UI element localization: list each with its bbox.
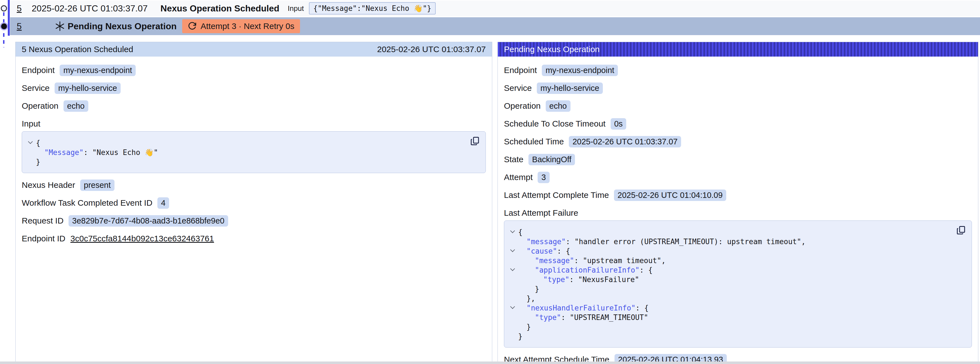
field-value-badge: echo bbox=[546, 101, 571, 112]
field-value-badge: 3 bbox=[538, 172, 549, 183]
field-label: Last Attempt Complete Time bbox=[504, 190, 609, 200]
field-value-badge: 2025-02-26 UTC 01:03:37.07 bbox=[569, 136, 681, 147]
field-label: Operation bbox=[22, 101, 59, 111]
pending-asterisk-icon bbox=[54, 21, 65, 32]
event-timeline-rail bbox=[0, 0, 10, 364]
code-line-text: "message": "upstream timeout", bbox=[518, 256, 666, 265]
field-workflow-task-completed-event-id: Workflow Task Completed Event ID 4 bbox=[22, 196, 486, 209]
input-label: Input bbox=[288, 4, 304, 13]
event-row-scheduled[interactable]: 5 2025-02-26 UTC 01:03:37.07 Nexus Opera… bbox=[10, 0, 980, 16]
pending-panel-title: Pending Nexus Operation bbox=[504, 45, 600, 54]
field-value-badge: 3e829b7e-7d67-4b08-aad3-b1e868bfe9e0 bbox=[68, 215, 228, 227]
field-state: State BackingOff bbox=[504, 153, 972, 166]
code-line-text: } bbox=[518, 332, 523, 341]
field-nexus-header: Nexus Header present bbox=[22, 179, 486, 192]
selected-event-indicator-bar bbox=[8, 0, 10, 36]
copy-icon bbox=[470, 136, 480, 146]
code-line-text: "type": "NexusFailure" bbox=[518, 275, 639, 284]
scheduled-panel-header: 5 Nexus Operation Scheduled 2025-02-26 U… bbox=[16, 42, 492, 57]
event-name: Nexus Operation Scheduled bbox=[161, 3, 279, 14]
field-label: Nexus Header bbox=[22, 180, 75, 190]
field-label: Input bbox=[22, 119, 40, 128]
copy-icon bbox=[956, 225, 966, 235]
field-endpoint: Endpoint my-nexus-endpoint bbox=[22, 64, 486, 77]
event-timestamp: 2025-02-26 UTC 01:03:37.07 bbox=[32, 3, 148, 14]
retry-icon bbox=[188, 22, 197, 31]
timeline-marker-scheduled-icon bbox=[1, 5, 7, 11]
endpoint-id-link[interactable]: 3c0c75ccfa8144b092c13ce632463761 bbox=[70, 234, 214, 243]
copy-button[interactable] bbox=[470, 136, 481, 147]
code-line-text: "applicationFailureInfo": { bbox=[518, 265, 653, 275]
field-label: Scheduled Time bbox=[504, 137, 564, 146]
attempt-retry-badge: Attempt 3 · Next Retry 0s bbox=[182, 19, 300, 33]
field-label: Service bbox=[504, 83, 532, 93]
timeline-marker-pending-icon bbox=[1, 23, 7, 29]
code-line-text: { bbox=[518, 227, 523, 237]
field-label: Endpoint bbox=[504, 65, 537, 75]
last-attempt-failure-code-viewer: {"message": "handler error (UPSTREAM_TIM… bbox=[504, 220, 972, 348]
event-row-pending[interactable]: 5 Pending Nexus Operation Attempt 3 · Ne… bbox=[10, 17, 980, 35]
field-operation: Operation echo bbox=[22, 99, 486, 112]
code-line-text: { bbox=[36, 138, 40, 148]
field-value-badge: 0s bbox=[611, 118, 627, 129]
code-line-text: "type": "UPSTREAM_TIMEOUT" bbox=[518, 313, 648, 322]
event-id-link[interactable]: 5 bbox=[17, 3, 22, 14]
field-value-badge: my-hello-service bbox=[537, 83, 603, 94]
field-value-badge: 4 bbox=[158, 197, 169, 209]
field-input-label-row: Input bbox=[22, 117, 486, 130]
field-label: Attempt bbox=[504, 172, 533, 182]
code-line-text: } bbox=[518, 322, 531, 332]
field-scheduled-time: Scheduled Time 2025-02-26 UTC 01:03:37.0… bbox=[504, 135, 972, 148]
code-line-text: "cause": { bbox=[518, 246, 570, 256]
copy-button[interactable] bbox=[956, 225, 967, 236]
field-service: Service my-hello-service bbox=[504, 81, 972, 94]
code-line-text: "Message": "Nexus Echo 👋" bbox=[36, 148, 158, 157]
field-request-id: Request ID 3e829b7e-7d67-4b08-aad3-b1e86… bbox=[22, 214, 486, 227]
field-last-attempt-failure-label-row: Last Attempt Failure bbox=[504, 206, 972, 219]
field-operation: Operation echo bbox=[504, 99, 972, 112]
code-line-text: } bbox=[36, 157, 40, 167]
field-last-attempt-complete-time: Last Attempt Complete Time 2025-02-26 UT… bbox=[504, 189, 972, 201]
pending-operation-panel: Pending Nexus Operation Endpoint my-nexu… bbox=[498, 42, 978, 364]
attempt-badge-text: Attempt 3 · Next Retry 0s bbox=[200, 21, 294, 31]
field-attempt: Attempt 3 bbox=[504, 171, 972, 184]
scheduled-panel-timestamp: 2025-02-26 UTC 01:03:37.07 bbox=[377, 45, 486, 54]
pending-panel-header: Pending Nexus Operation bbox=[498, 42, 978, 57]
field-label: Schedule To Close Timeout bbox=[504, 119, 606, 128]
field-label: Service bbox=[22, 83, 49, 93]
next-row-edge-strip bbox=[0, 361, 980, 364]
field-label: Operation bbox=[504, 101, 541, 111]
field-label: State bbox=[504, 155, 523, 164]
code-line-text: "nexusHandlerFailureInfo": { bbox=[518, 303, 649, 313]
event-id-link[interactable]: 5 bbox=[17, 21, 22, 32]
scheduled-panel-title: 5 Nexus Operation Scheduled bbox=[22, 45, 133, 54]
field-schedule-to-close-timeout: Schedule To Close Timeout 0s bbox=[504, 117, 972, 130]
field-label: Endpoint ID bbox=[22, 234, 65, 243]
field-value-badge: my-nexus-endpoint bbox=[60, 65, 136, 76]
field-value-badge: present bbox=[80, 179, 115, 191]
input-preview-pill: {"Message":"Nexus Echo 👋"} bbox=[309, 2, 436, 14]
status-badge: BackingOff bbox=[528, 154, 575, 165]
field-value-badge: my-hello-service bbox=[55, 83, 121, 94]
input-code-viewer: {"Message": "Nexus Echo 👋"} bbox=[22, 131, 486, 173]
field-endpoint: Endpoint my-nexus-endpoint bbox=[504, 64, 972, 77]
field-label: Request ID bbox=[22, 216, 64, 225]
code-line-text: "message": "handler error (UPSTREAM_TIME… bbox=[518, 237, 806, 246]
field-endpoint-id: Endpoint ID 3c0c75ccfa8144b092c13ce63246… bbox=[22, 232, 486, 245]
code-line-text: } bbox=[518, 284, 539, 294]
field-label: Endpoint bbox=[22, 65, 55, 75]
timeline-dashed-connector bbox=[3, 12, 5, 47]
code-line-text: }, bbox=[518, 294, 535, 303]
field-service: Service my-hello-service bbox=[22, 81, 486, 94]
scheduled-event-panel: 5 Nexus Operation Scheduled 2025-02-26 U… bbox=[15, 42, 492, 364]
field-value-badge: echo bbox=[64, 101, 88, 112]
field-value-badge: 2025-02-26 UTC 01:04:10.09 bbox=[614, 190, 726, 201]
event-name: Pending Nexus Operation bbox=[68, 21, 177, 32]
field-label: Workflow Task Completed Event ID bbox=[22, 198, 153, 208]
field-value-badge: my-nexus-endpoint bbox=[542, 65, 618, 76]
field-label: Last Attempt Failure bbox=[504, 208, 578, 218]
